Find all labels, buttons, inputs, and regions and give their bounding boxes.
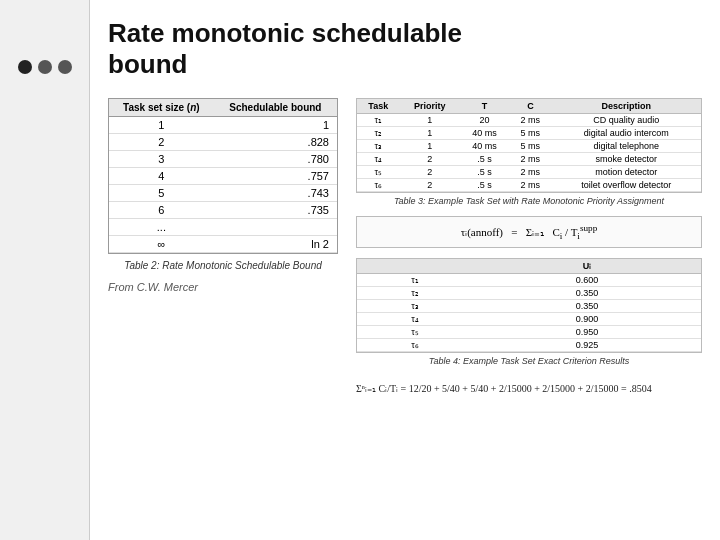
table2: Task set size (n) Schedulable bound 11 2… bbox=[109, 99, 337, 253]
table3-container: Task Priority T C Description τ₁1202 msC… bbox=[356, 98, 702, 193]
table-row: 11 bbox=[109, 117, 337, 134]
table-row: τ₆2.5 s2 mstoilet overflow detector bbox=[357, 179, 701, 192]
table3-caption: Table 3: Example Task Set with Rate Mono… bbox=[356, 196, 702, 206]
table-row: τ₃140 ms5 msdigital telephone bbox=[357, 140, 701, 153]
table-row: τ₅0.950 bbox=[357, 326, 701, 339]
from-credit: From C.W. Mercer bbox=[108, 281, 338, 293]
main-content: Rate monotonic schedulable bound Task se… bbox=[90, 0, 720, 540]
dot-3 bbox=[58, 60, 72, 74]
table-row: τ₄2.5 s2 mssmoke detector bbox=[357, 153, 701, 166]
table-row: τ₁0.600 bbox=[357, 274, 701, 287]
page-title: Rate monotonic schedulable bound bbox=[108, 18, 702, 80]
title-line1: Rate monotonic schedulable bbox=[108, 18, 462, 48]
table-row: τ₅2.5 s2 msmotion detector bbox=[357, 166, 701, 179]
table-row: ... bbox=[109, 219, 337, 236]
left-panel: Task set size (n) Schedulable bound 11 2… bbox=[108, 98, 338, 293]
table-row: 2.828 bbox=[109, 134, 337, 151]
table-row: τ₆0.925 bbox=[357, 339, 701, 352]
sidebar-dots bbox=[18, 60, 72, 74]
dot-1 bbox=[18, 60, 32, 74]
table2-header-n: Task set size (n) bbox=[109, 99, 214, 117]
table-row: τ₃0.350 bbox=[357, 300, 701, 313]
table2-caption: Table 2: Rate Monotonic Schedulable Boun… bbox=[108, 260, 338, 271]
dot-2 bbox=[38, 60, 52, 74]
table-row: ∞ln 2 bbox=[109, 236, 337, 253]
table3: Task Priority T C Description τ₁1202 msC… bbox=[357, 99, 701, 192]
table-row: 3.780 bbox=[109, 151, 337, 168]
right-panel: Task Priority T C Description τ₁1202 msC… bbox=[356, 98, 702, 397]
table-row: 6.735 bbox=[109, 202, 337, 219]
table-row: 5.743 bbox=[109, 185, 337, 202]
table4-wrapper: Uᵢ τ₁0.600 τ₂0.350 τ₃0.350 τ₄0.900 τ₅0.9… bbox=[356, 258, 702, 366]
table-row: τ₄0.900 bbox=[357, 313, 701, 326]
table-row: τ₂140 ms5 msdigital audio intercom bbox=[357, 127, 701, 140]
title-line2: bound bbox=[108, 49, 187, 79]
table-row: τ₁1202 msCD quality audio bbox=[357, 114, 701, 127]
sidebar bbox=[0, 0, 90, 540]
table-row: 4.757 bbox=[109, 168, 337, 185]
table4-caption: Table 4: Example Task Set Exact Criterio… bbox=[356, 356, 702, 366]
table2-container: Task set size (n) Schedulable bound 11 2… bbox=[108, 98, 338, 254]
table4-container: Uᵢ τ₁0.600 τ₂0.350 τ₃0.350 τ₄0.900 τ₅0.9… bbox=[356, 258, 702, 353]
formula-box: τᵢ(annoff) = Σᵢ₌₁ Ci / Tisupp bbox=[356, 216, 702, 248]
table2-header-bound: Schedulable bound bbox=[214, 99, 337, 117]
bottom-formula: Σⁿᵢ₌₁ Cᵢ/Tᵢ = 12/20 + 5/40 + 5/40 + 2/15… bbox=[356, 380, 702, 397]
table3-wrapper: Task Priority T C Description τ₁1202 msC… bbox=[356, 98, 702, 206]
table4: Uᵢ τ₁0.600 τ₂0.350 τ₃0.350 τ₄0.900 τ₅0.9… bbox=[357, 259, 701, 352]
table-row: τ₂0.350 bbox=[357, 287, 701, 300]
content-row: Task set size (n) Schedulable bound 11 2… bbox=[108, 98, 702, 397]
bottom-formula-text: Σⁿᵢ₌₁ Cᵢ/Tᵢ = 12/20 + 5/40 + 5/40 + 2/15… bbox=[356, 383, 652, 394]
formula-display: τᵢ(annoff) = Σᵢ₌₁ Ci / Tisupp bbox=[365, 223, 693, 241]
